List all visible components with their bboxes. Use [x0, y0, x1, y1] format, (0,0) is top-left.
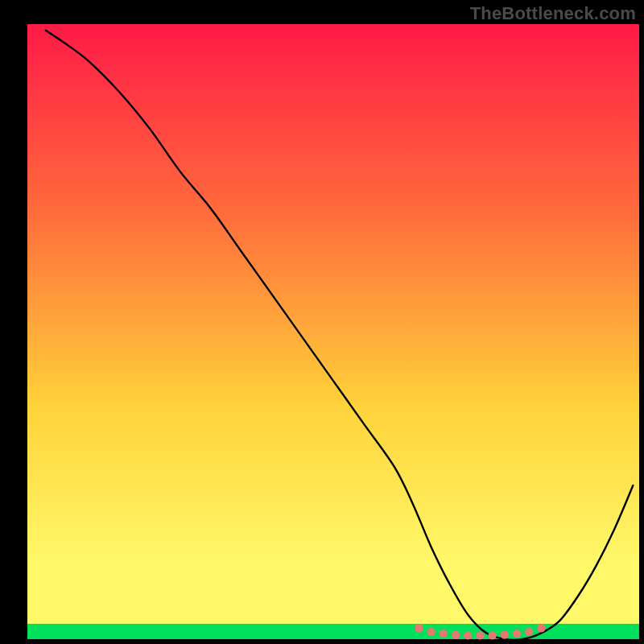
- green-band: [27, 624, 639, 639]
- trough-dot: [464, 631, 472, 639]
- trough-dot: [415, 624, 423, 632]
- chart-stage: TheBottleneck.com: [0, 0, 644, 644]
- trough-dot: [488, 631, 496, 639]
- trough-dot: [452, 630, 460, 638]
- trough-dot: [476, 631, 484, 639]
- trough-dot: [501, 630, 509, 638]
- trough-dot: [537, 624, 545, 632]
- watermark-text: TheBottleneck.com: [470, 3, 636, 24]
- trough-dot: [513, 630, 521, 638]
- trough-dot: [440, 630, 448, 638]
- trough-dot: [525, 628, 533, 636]
- gradient-panel: [27, 24, 639, 639]
- chart-svg: [0, 0, 644, 644]
- plot-area: [0, 0, 644, 644]
- trough-dot: [427, 628, 435, 636]
